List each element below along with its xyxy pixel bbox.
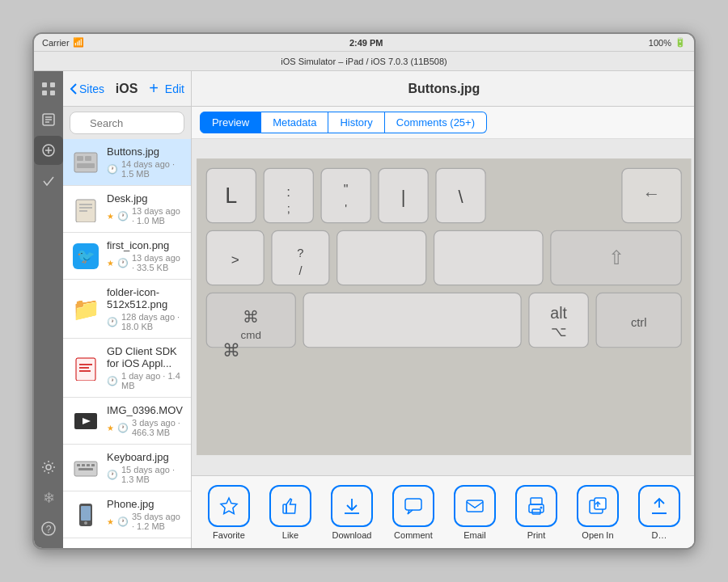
svg-text:\: \: [459, 188, 464, 208]
file-name: Desk.jpg: [107, 192, 183, 205]
svg-rect-2: [42, 91, 47, 95]
svg-rect-61: [337, 231, 426, 285]
nav-back-label: Sites: [79, 82, 104, 95]
sidebar-icon-grid[interactable]: [34, 74, 63, 103]
sidebar-icon-gear[interactable]: [34, 453, 63, 482]
file-list-panel: Sites iOS + Edit 🔍: [63, 71, 192, 548]
tab-metadata[interactable]: Metadata: [261, 112, 328, 133]
file-icon-twitter: 🐦: [71, 242, 100, 271]
content-header: Buttons.jpg: [192, 71, 694, 107]
action-toolbar: Favorite Like: [192, 475, 694, 548]
action-print[interactable]: Print: [507, 482, 565, 543]
file-name: Buttons.jpg: [107, 146, 183, 158]
sidebar-icon-checkmark[interactable]: [34, 167, 63, 196]
svg-text:⌘: ⌘: [222, 340, 240, 361]
nav-bar: Sites iOS + Edit: [63, 71, 191, 107]
svg-rect-16: [85, 156, 91, 161]
svg-text:⇧: ⇧: [608, 247, 624, 268]
list-item[interactable]: IMG_0396.MOV ★🕐3 days ago · 466.3 MB: [63, 398, 191, 445]
nav-edit-button[interactable]: Edit: [165, 82, 184, 95]
list-item[interactable]: Buttons.jpg 🕐14 days ago · 1.5 MB: [63, 139, 191, 186]
more-icon: [638, 485, 680, 527]
file-icon-keyboard: [71, 453, 100, 483]
action-label-email: Email: [463, 530, 486, 540]
file-item-info: first_icon.png ★🕐13 days ago · 33.5 KB: [107, 239, 183, 272]
sidebar-icons: ❄ ?: [34, 71, 63, 548]
sidebar-icon-active[interactable]: [34, 136, 63, 165]
action-like[interactable]: Like: [261, 482, 320, 543]
main-content: ❄ ? Sites iOS +: [34, 71, 694, 548]
action-label-download: Download: [332, 530, 371, 540]
list-item[interactable]: Phone.jpg ★🕐35 days ago · 1.2 MB: [63, 491, 191, 538]
svg-rect-0: [42, 82, 47, 87]
action-email[interactable]: Email: [446, 482, 504, 543]
list-item[interactable]: 📁 folder-icon-512x512.png 🕐128 days ago …: [63, 280, 191, 339]
svg-text:ctrl: ctrl: [631, 316, 647, 329]
svg-text:alt: alt: [550, 305, 567, 323]
list-item[interactable]: 🐦 first_icon.png ★🕐13 days ago · 33.5 KB: [63, 233, 191, 280]
tab-history[interactable]: History: [328, 112, 384, 133]
file-name: Phone.jpg: [107, 498, 183, 510]
svg-rect-1: [50, 82, 55, 87]
file-item-info: IMG_0396.MOV ★🕐3 days ago · 466.3 MB: [107, 404, 183, 437]
file-meta: 🕐1 day ago · 1.4 MB: [107, 371, 183, 390]
battery-label: 100%: [649, 38, 671, 48]
action-label-like: Like: [282, 530, 298, 540]
list-item[interactable]: Desk.jpg ★🕐13 days ago · 1.0 MB: [63, 186, 191, 233]
action-comment[interactable]: Comment: [384, 482, 442, 543]
tab-preview[interactable]: Preview: [200, 112, 261, 133]
action-more[interactable]: D…: [630, 482, 688, 543]
svg-rect-79: [405, 499, 421, 510]
file-item-info: Buttons.jpg 🕐14 days ago · 1.5 MB: [107, 146, 183, 179]
file-item-info: folder-icon-512x512.png 🕐128 days ago · …: [107, 286, 183, 331]
email-icon: [454, 485, 496, 527]
title-bar: iOS Simulator – iPad / iOS 7.0.3 (11B508…: [34, 52, 694, 71]
svg-rect-62: [434, 231, 544, 285]
svg-rect-83: [532, 509, 540, 514]
list-item[interactable]: Keyboard.jpg 🕐15 days ago · 1.3 MB: [63, 445, 191, 491]
battery-area: 100% 🔋: [649, 37, 686, 48]
action-label-more: D…: [651, 530, 667, 540]
file-icon-phone: [71, 500, 100, 529]
nav-add-button[interactable]: +: [149, 79, 159, 98]
status-bar: Carrier 📶 2:49 PM 100% 🔋: [34, 34, 694, 52]
svg-text:": ": [344, 183, 349, 197]
image-preview-area: L : ; " ' | \ ← >: [192, 139, 694, 475]
file-icon-desk: [71, 195, 100, 224]
sidebar-icon-files[interactable]: [34, 105, 63, 134]
list-item-folder[interactable]: 📂 Test Folder ℹ: [63, 538, 191, 548]
nav-back-button[interactable]: Sites: [70, 82, 104, 95]
svg-rect-31: [87, 464, 90, 466]
carrier-label: Carrier: [42, 38, 70, 48]
file-icon-folder-png: 📁: [71, 294, 100, 323]
file-item-info: Desk.jpg ★🕐13 days ago · 1.0 MB: [107, 192, 183, 226]
title-bar-text: iOS Simulator – iPad / iOS 7.0.3 (11B508…: [281, 57, 447, 66]
tabs-bar: Preview Metadata History Comments (25+): [192, 107, 694, 139]
svg-text:?: ?: [46, 524, 52, 535]
svg-rect-35: [81, 506, 91, 521]
list-item[interactable]: GD Client SDK for iOS Appl... 🕐1 day ago…: [63, 339, 191, 398]
keyboard-image: L : ; " ' | \ ← >: [197, 147, 692, 466]
svg-rect-15: [77, 156, 83, 161]
sidebar-icon-help[interactable]: ?: [34, 514, 63, 543]
action-openin[interactable]: Open In: [569, 482, 627, 543]
status-time: 2:49 PM: [349, 38, 383, 48]
search-input[interactable]: [70, 112, 184, 134]
svg-text:;: ;: [287, 203, 290, 216]
action-download[interactable]: Download: [323, 482, 381, 543]
tab-comments[interactable]: Comments (25+): [385, 112, 487, 133]
nav-actions: + Edit: [149, 79, 184, 98]
svg-text::: :: [287, 184, 291, 200]
battery-icon: 🔋: [675, 37, 686, 48]
svg-rect-68: [303, 293, 521, 348]
file-icon-sdk: [71, 353, 100, 382]
search-bar: 🔍: [63, 107, 191, 139]
action-favorite[interactable]: Favorite: [200, 482, 258, 543]
svg-rect-29: [77, 464, 80, 466]
svg-rect-30: [82, 464, 85, 466]
svg-marker-75: [221, 498, 237, 514]
nav-title: iOS: [116, 82, 138, 96]
sidebar-icon-snowflake[interactable]: ❄: [34, 483, 63, 512]
svg-text:⌥: ⌥: [551, 325, 567, 340]
device-frame: Carrier 📶 2:49 PM 100% 🔋 iOS Simulator –…: [32, 32, 696, 550]
